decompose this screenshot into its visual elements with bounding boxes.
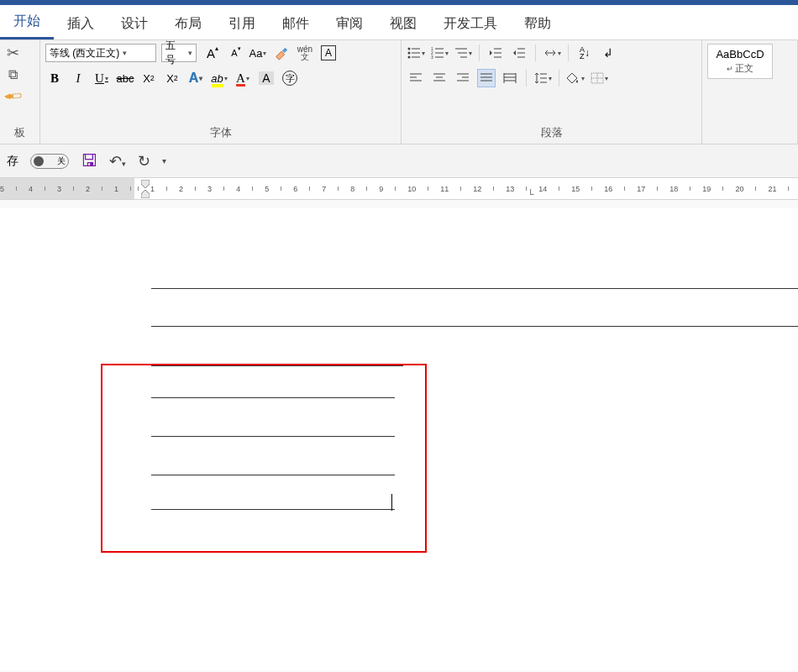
save-icon[interactable]: 🖫 (81, 151, 97, 171)
ruler-page-area: └ 12345678910111213141516171819202122232… (134, 178, 798, 199)
ribbon: ✂ ⧉ 🖌 板 等线 (西文正文)▾ 五号▾ A▴ A▾ Aa▾ wén文 A (0, 40, 798, 144)
svg-point-2 (407, 56, 410, 59)
qat-customize-icon[interactable]: ▾ (162, 156, 166, 165)
style-name: 正文 (715, 62, 765, 75)
decrease-indent-button[interactable] (486, 44, 505, 62)
styles-group: AaBbCcD 正文 (702, 40, 798, 144)
bold-button[interactable]: B (45, 69, 64, 87)
font-name-combo[interactable]: 等线 (西文正文)▾ (45, 44, 156, 62)
annotation-box (101, 364, 427, 553)
line-spacing-button[interactable]: ▾ (533, 69, 552, 87)
font-name-value: 等线 (西文正文) (50, 46, 119, 60)
font-group-label: 字体 (45, 123, 396, 142)
grow-font-button[interactable]: A▴ (202, 44, 220, 62)
align-right-button[interactable] (454, 69, 472, 87)
increase-indent-button[interactable] (510, 44, 528, 62)
clipboard-group-label: 板 (5, 123, 34, 142)
chevron-down-icon: ▾ (123, 49, 127, 57)
sort-button[interactable]: AZ↓ (575, 44, 594, 62)
subscript-button[interactable]: X2 (139, 69, 158, 87)
page[interactable] (0, 208, 798, 670)
numbering-button[interactable]: 123▾ (430, 44, 449, 62)
shrink-font-button[interactable]: A▾ (225, 44, 244, 62)
italic-button[interactable]: I (69, 69, 87, 87)
autosave-toggle[interactable]: 关 (30, 154, 69, 169)
font-group: 等线 (西文正文)▾ 五号▾ A▴ A▾ Aa▾ wén文 A B I U▾ a… (40, 40, 402, 144)
character-shading-button[interactable]: A (257, 69, 276, 87)
tab-developer[interactable]: 开发工具 (430, 7, 511, 39)
bullets-button[interactable]: ▾ (407, 44, 425, 62)
clipboard-group: ✂ ⧉ 🖌 板 (0, 40, 40, 144)
copy-icon[interactable]: ⧉ (8, 67, 18, 82)
align-justify-button[interactable] (477, 69, 496, 87)
svg-text:3: 3 (431, 55, 433, 59)
underline-button[interactable]: U▾ (92, 69, 111, 87)
style-sample: AaBbCcD (715, 48, 765, 60)
change-case-button[interactable]: Aa▾ (249, 44, 267, 62)
tab-home[interactable]: 开始 (0, 4, 54, 39)
paragraph-group-label: 段落 (407, 123, 696, 142)
paragraph-group: ▾ 123▾ ▾ ▾ AZ↓ ↲ (402, 40, 702, 144)
strikethrough-button[interactable]: abc (116, 69, 134, 87)
font-size-value: 五号 (165, 40, 185, 67)
tab-stop-marker: └ (528, 189, 534, 199)
highlight-button[interactable]: ab▾ (210, 69, 228, 87)
underline-line (151, 326, 798, 327)
borders-button[interactable]: ▾ (590, 69, 608, 87)
chevron-down-icon: ▾ (188, 49, 192, 57)
tab-help[interactable]: 帮助 (511, 7, 564, 39)
tab-view[interactable]: 视图 (376, 7, 430, 39)
document-area[interactable] (0, 200, 798, 670)
align-distributed-button[interactable] (501, 69, 519, 87)
font-color-button[interactable]: A▾ (234, 69, 252, 87)
format-painter-icon[interactable]: 🖌 (1, 85, 24, 108)
asian-layout-button[interactable]: ▾ (543, 44, 561, 62)
undo-button[interactable]: ↶▾ (109, 152, 126, 171)
style-normal[interactable]: AaBbCcD 正文 (707, 44, 773, 79)
tab-review[interactable]: 审阅 (323, 7, 376, 39)
tab-insert[interactable]: 插入 (54, 7, 108, 39)
quick-access-toolbar: 存 关 🖫 ↶▾ ↻ ▾ (0, 144, 798, 178)
qat-save-label: 存 (7, 154, 18, 169)
clear-format-button[interactable] (272, 44, 291, 62)
align-center-button[interactable] (430, 69, 449, 87)
ribbon-tabs: 开始 插入 设计 布局 引用 邮件 审阅 视图 开发工具 帮助 (0, 5, 798, 40)
cut-icon[interactable]: ✂ (7, 44, 19, 62)
tab-references[interactable]: 引用 (215, 7, 269, 39)
phonetic-guide-button[interactable]: wén文 (296, 44, 314, 62)
underline-line (151, 288, 798, 289)
tab-layout[interactable]: 布局 (161, 7, 215, 39)
tab-design[interactable]: 设计 (108, 7, 161, 39)
align-left-button[interactable] (407, 69, 425, 87)
text-effects-button[interactable]: A▾ (186, 69, 205, 87)
tab-mailings[interactable]: 邮件 (269, 7, 323, 39)
character-border-button[interactable]: A (319, 44, 338, 62)
superscript-button[interactable]: X2 (163, 69, 181, 87)
ruler-margin-area: 54321 (0, 178, 134, 199)
multilevel-list-button[interactable]: ▾ (454, 44, 472, 62)
enclose-characters-button[interactable]: 字 (281, 69, 299, 87)
redo-button[interactable]: ↻ (138, 152, 150, 171)
svg-point-0 (407, 48, 410, 50)
svg-point-1 (407, 52, 410, 55)
horizontal-ruler[interactable]: 54321 └ 12345678910111213141516171819202… (0, 178, 798, 200)
font-size-combo[interactable]: 五号▾ (161, 44, 197, 62)
show-marks-button[interactable]: ↲ (599, 44, 617, 62)
shading-button[interactable]: ▾ (566, 69, 585, 87)
toggle-dot-icon (34, 156, 44, 166)
toggle-off-label: 关 (57, 155, 66, 167)
